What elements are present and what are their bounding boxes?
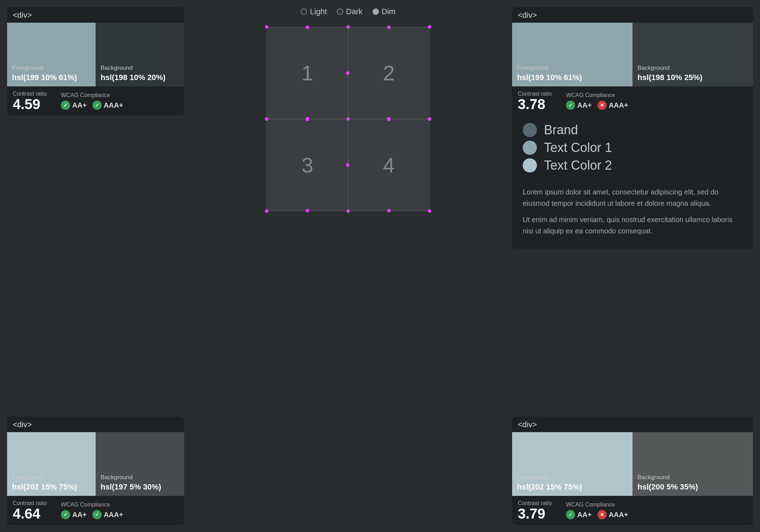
- bottom-right-footer: Contrast ratio 3.79 WCAG Compliance ✓ AA…: [512, 496, 753, 525]
- top-right-badges: ✓ AA+ ✕ AAA+: [566, 101, 628, 110]
- dot-tc: [346, 25, 350, 29]
- bottom-right-fg-label: Foreground: [517, 474, 628, 481]
- bottom-left-contrast: Contrast ratio 4.64: [13, 500, 47, 521]
- dot-4-tc: [387, 118, 391, 121]
- radio-dark[interactable]: [337, 9, 343, 15]
- center-area: Light Dark Dim: [191, 0, 505, 532]
- top-right-bg-value: hsl(198 10% 25%): [637, 73, 748, 82]
- legend-label-text2: Text Color 2: [544, 158, 612, 173]
- legend-area: Brand Text Color 1 Text Color 2: [512, 115, 753, 183]
- top-left-aa-icon: ✓: [61, 101, 70, 110]
- top-right-bg-label: Background: [637, 64, 748, 72]
- top-left-area: <div> Foreground hsl(199 10% 61%) Backgr…: [0, 0, 191, 256]
- top-right-aaa-text: AAA+: [609, 101, 628, 109]
- bottom-right-tag: <div>: [512, 417, 753, 432]
- bottom-right-wcag-label: WCAG Compliance: [566, 502, 628, 508]
- theme-light-label: Light: [310, 7, 327, 16]
- dot-tl: [265, 25, 268, 29]
- grid-container: 1 2 3 4: [267, 27, 430, 211]
- bottom-left-aaa-icon: ✓: [92, 510, 102, 519]
- bottom-left-fg-value: hsl(202 15% 75%): [12, 482, 91, 492]
- top-left-aaa-icon: ✓: [92, 101, 102, 110]
- bottom-right-bg-label: Background: [637, 474, 748, 481]
- bottom-left-wcag-label: WCAG Compliance: [61, 502, 123, 508]
- top-right-footer: Contrast ratio 3.78 WCAG Compliance ✓ AA…: [512, 86, 753, 115]
- top-left-wcag-label: WCAG Compliance: [61, 92, 123, 98]
- top-left-fg-label: Foreground: [12, 64, 91, 72]
- bottom-right-aaa-icon: ✕: [597, 510, 607, 519]
- top-left-contrast-value: 4.59: [13, 97, 47, 111]
- theme-light[interactable]: Light: [301, 7, 327, 16]
- top-left-swatches: Foreground hsl(199 10% 61%) Background h…: [7, 23, 184, 86]
- top-right-aa-text: AA+: [577, 101, 592, 109]
- top-right-fg-value: hsl(199 10% 61%): [517, 73, 628, 82]
- bottom-left-fg-swatch: Foreground hsl(202 15% 75%): [7, 432, 96, 496]
- top-right-aaa-icon: ✕: [597, 101, 607, 110]
- top-right-fg-swatch: Foreground hsl(199 10% 61%): [512, 23, 633, 86]
- theme-dark-label: Dark: [346, 7, 362, 16]
- dot-3-mr: [346, 163, 350, 167]
- grid-box-1-label: 1: [301, 61, 313, 85]
- legend-item-brand: Brand: [523, 123, 742, 137]
- grid-box-2: 2: [348, 27, 430, 119]
- top-left-tag: <div>: [7, 7, 184, 23]
- top-left-wcag: WCAG Compliance ✓ AA+ ✓ AAA+: [61, 92, 123, 110]
- bottom-left-aaa-badge: ✓ AAA+: [92, 510, 123, 519]
- dot-4-bc: [387, 209, 391, 213]
- bottom-left-aaa-text: AAA+: [104, 511, 123, 519]
- bottom-left-fg-label: Foreground: [12, 474, 91, 481]
- bottom-left-contrast-value: 4.64: [13, 506, 47, 521]
- bottom-left-aa-icon: ✓: [61, 510, 70, 519]
- top-left-aa-text: AA+: [72, 101, 87, 109]
- bottom-left-badges: ✓ AA+ ✓ AAA+: [61, 510, 123, 519]
- bottom-right-aaa-text: AAA+: [609, 511, 628, 519]
- top-right-contrast-value: 3.78: [518, 97, 552, 111]
- dot-bl: [265, 209, 268, 213]
- dot-ml: [265, 117, 268, 121]
- bottom-right-bg-value: hsl(200 5% 35%): [637, 482, 748, 492]
- bottom-left-aa-badge: ✓ AA+: [61, 510, 87, 519]
- dot-cc: [346, 117, 350, 121]
- top-right-tag: <div>: [512, 7, 753, 23]
- bottom-right-contrast: Contrast ratio 3.79: [518, 500, 552, 521]
- bottom-left-bg-label: Background: [101, 474, 179, 481]
- legend-item-text1: Text Color 1: [523, 140, 742, 155]
- theme-dim-label: Dim: [382, 7, 396, 16]
- legend-circle-text2: [523, 158, 537, 172]
- legend-label-brand: Brand: [544, 123, 578, 137]
- dot-br: [428, 209, 431, 213]
- bottom-right-aaa-badge: ✕ AAA+: [597, 510, 628, 519]
- top-right-aaa-badge: ✕ AAA+: [597, 101, 628, 110]
- bottom-right-aa-text: AA+: [577, 511, 592, 519]
- legend-item-text2: Text Color 2: [523, 158, 742, 173]
- dot-tr: [428, 25, 431, 29]
- radio-dim[interactable]: [373, 9, 379, 15]
- dot-1-mr: [346, 71, 350, 75]
- top-left-fg-swatch: Foreground hsl(199 10% 61%): [7, 23, 96, 86]
- bottom-right-aa-icon: ✓: [566, 510, 575, 519]
- top-left-contrast: Contrast ratio 4.59: [13, 91, 47, 111]
- radio-light[interactable]: [301, 9, 307, 15]
- theme-dark[interactable]: Dark: [337, 7, 362, 16]
- theme-dim[interactable]: Dim: [373, 7, 396, 16]
- grid-box-3-label: 3: [301, 153, 313, 177]
- bottom-left-area: <div> Foreground hsl(202 15% 75%) Backgr…: [0, 409, 191, 532]
- top-left-aa-badge: ✓ AA+: [61, 101, 87, 110]
- top-right-area: <div> Foreground hsl(199 10% 61%) Backgr…: [505, 0, 760, 256]
- top-left-fg-value: hsl(199 10% 61%): [12, 73, 91, 82]
- dot-1-tc: [306, 26, 309, 29]
- main-layout: <div> Foreground hsl(199 10% 61%) Backgr…: [0, 0, 760, 532]
- top-right-bg-swatch: Background hsl(198 10% 25%): [633, 23, 753, 86]
- lorem-paragraph-2: Ut enim ad minim veniam, quis nostrud ex…: [523, 214, 742, 237]
- grid-box-2-label: 2: [383, 61, 395, 85]
- bottom-right-fg-swatch: Foreground hsl(202 15% 75%): [512, 432, 633, 496]
- bottom-right-fg-value: hsl(202 15% 75%): [517, 482, 628, 492]
- dot-mr: [428, 117, 431, 121]
- bottom-left-footer: Contrast ratio 4.64 WCAG Compliance ✓ AA…: [7, 496, 184, 525]
- top-right-contrast: Contrast ratio 3.78: [518, 91, 552, 111]
- theme-selector: Light Dark Dim: [301, 7, 395, 16]
- bottom-right-swatches: Foreground hsl(202 15% 75%) Background h…: [512, 432, 753, 496]
- top-right-fg-label: Foreground: [517, 64, 628, 72]
- grid-box-3: 3: [267, 119, 348, 211]
- top-left-aaa-text: AAA+: [104, 101, 123, 109]
